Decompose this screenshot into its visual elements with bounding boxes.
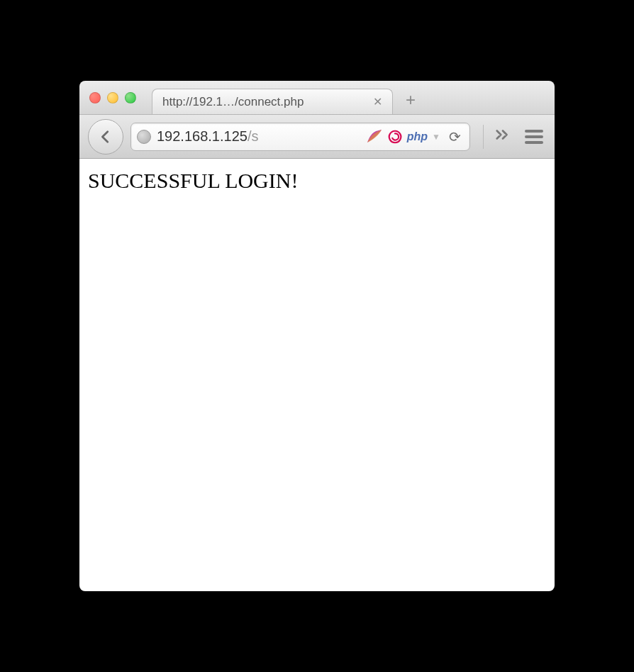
toolbar: 192.168.1.125/s php ▼ ⟳ bbox=[79, 115, 555, 159]
toolbar-right bbox=[477, 125, 546, 149]
address-host: 192.168.1.125 bbox=[157, 128, 248, 144]
close-window-button[interactable] bbox=[89, 92, 101, 103]
address-url: 192.168.1.125/s bbox=[157, 128, 360, 145]
zoom-window-button[interactable] bbox=[125, 92, 136, 103]
arrow-left-icon bbox=[98, 129, 113, 145]
menu-bar-icon bbox=[525, 135, 543, 138]
new-tab-button[interactable]: + bbox=[400, 90, 421, 110]
apache-feather-icon bbox=[366, 130, 383, 144]
address-path: /s bbox=[248, 128, 259, 144]
menu-button[interactable] bbox=[522, 127, 546, 147]
browser-tab-active[interactable]: http://192.1…/connect.php ✕ bbox=[152, 89, 393, 114]
traffic-lights bbox=[89, 92, 136, 103]
tab-title: http://192.1…/connect.php bbox=[162, 95, 365, 109]
debian-swirl-icon bbox=[387, 129, 403, 145]
minimize-window-button[interactable] bbox=[107, 92, 118, 103]
tab-strip: http://192.1…/connect.php ✕ + bbox=[152, 81, 555, 114]
separator bbox=[483, 125, 484, 149]
login-success-message: SUCCESSFUL LOGIN! bbox=[88, 169, 546, 193]
browser-window: http://192.1…/connect.php ✕ + 192.168.1.… bbox=[79, 81, 555, 591]
address-bar[interactable]: 192.168.1.125/s php ▼ ⟳ bbox=[130, 123, 470, 151]
menu-bar-icon bbox=[525, 141, 543, 144]
chevrons-right-icon bbox=[495, 128, 511, 141]
back-button[interactable] bbox=[88, 119, 123, 155]
page-content: SUCCESSFUL LOGIN! bbox=[79, 159, 555, 591]
reload-button[interactable]: ⟳ bbox=[446, 128, 464, 145]
address-dropdown-icon[interactable]: ▼ bbox=[432, 132, 440, 142]
address-extensions: php ▼ bbox=[366, 129, 440, 145]
php-icon: php bbox=[407, 130, 428, 143]
globe-icon bbox=[137, 130, 151, 144]
menu-bar-icon bbox=[525, 130, 543, 133]
titlebar: http://192.1…/connect.php ✕ + bbox=[79, 81, 555, 115]
overflow-button[interactable] bbox=[495, 128, 511, 145]
close-tab-icon[interactable]: ✕ bbox=[373, 95, 382, 108]
